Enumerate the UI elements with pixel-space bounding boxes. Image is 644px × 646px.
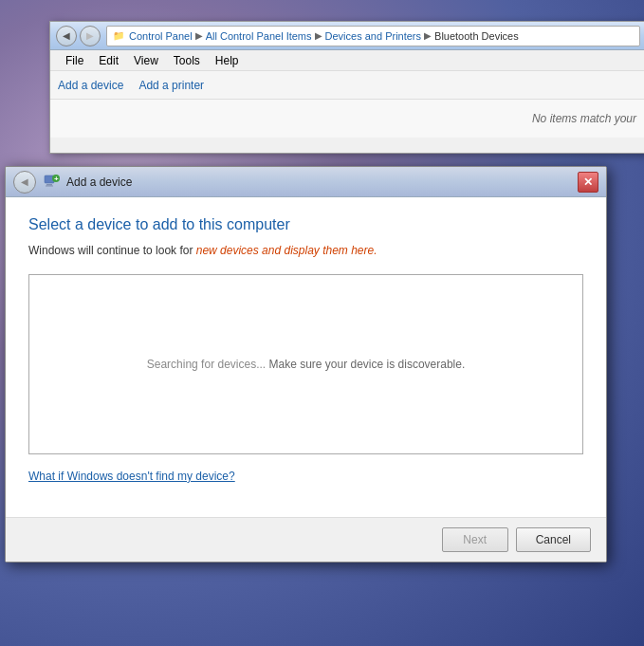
breadcrumb-bar: 📁 Control Panel ▶ All Control Panel Item… xyxy=(106,26,640,46)
description-normal: Windows will continue to look for xyxy=(28,244,196,257)
menu-help[interactable]: Help xyxy=(208,52,247,69)
dialog-footer: Next Cancel xyxy=(6,517,606,562)
menu-file[interactable]: File xyxy=(58,52,91,69)
explorer-titlebar: ◀ ▶ 📁 Control Panel ▶ All Control Panel … xyxy=(50,22,644,50)
svg-rect-1 xyxy=(46,184,52,186)
svg-text:+: + xyxy=(54,175,59,183)
sep-3: ▶ xyxy=(424,30,432,41)
explorer-status: No items match your xyxy=(50,100,644,138)
find-device-link[interactable]: What if Windows doesn't find my device? xyxy=(28,470,235,483)
dialog-content: Select a device to add to this computer … xyxy=(6,197,606,517)
dialog-title: Add a device xyxy=(66,175,578,189)
searching-label: Searching for devices... xyxy=(147,358,266,371)
breadcrumb-item-4[interactable]: Bluetooth Devices xyxy=(434,30,519,42)
add-device-dialog: ◀ + Add a device ✕ Select a device to ad… xyxy=(5,166,607,563)
breadcrumb-item-2[interactable]: All Control Panel Items xyxy=(206,30,312,42)
breadcrumb-item-3[interactable]: Devices and Printers xyxy=(325,30,422,42)
nav-buttons: ◀ ▶ xyxy=(56,26,101,46)
description-highlight: new devices and display them here. xyxy=(196,244,377,257)
dialog-back-button[interactable]: ◀ xyxy=(13,171,36,194)
next-button[interactable]: Next xyxy=(442,527,508,552)
explorer-window: ◀ ▶ 📁 Control Panel ▶ All Control Panel … xyxy=(49,21,644,154)
explorer-toolbar: Add a device Add a printer xyxy=(50,71,644,100)
device-list-box: Searching for devices... Make sure your … xyxy=(28,274,583,454)
back-button[interactable]: ◀ xyxy=(56,26,77,46)
svg-rect-2 xyxy=(46,185,53,186)
searching-text: Searching for devices... Make sure your … xyxy=(147,358,466,371)
sep-2: ▶ xyxy=(315,30,322,41)
menu-edit[interactable]: Edit xyxy=(91,52,126,69)
menu-tools[interactable]: Tools xyxy=(166,52,208,69)
dialog-close-button[interactable]: ✕ xyxy=(578,172,598,193)
breadcrumb-item-1[interactable]: Control Panel xyxy=(129,30,193,42)
no-items-text: No items match your xyxy=(532,112,636,125)
make-sure-label: Make sure your device is discoverable. xyxy=(266,358,465,371)
add-printer-button[interactable]: Add a printer xyxy=(138,79,204,92)
bluetooth-icon: + xyxy=(44,174,61,191)
dialog-description: Windows will continue to look for new de… xyxy=(28,243,583,259)
explorer-menubar: File Edit View Tools Help xyxy=(50,50,644,71)
sep-1: ▶ xyxy=(195,30,203,41)
dialog-heading: Select a device to add to this computer xyxy=(28,216,583,233)
add-device-button[interactable]: Add a device xyxy=(58,79,123,92)
forward-button[interactable]: ▶ xyxy=(80,26,101,46)
cancel-button[interactable]: Cancel xyxy=(516,527,591,552)
breadcrumb-icon: 📁 xyxy=(113,30,124,41)
dialog-titlebar: ◀ + Add a device ✕ xyxy=(6,167,606,197)
menu-view[interactable]: View xyxy=(126,52,166,69)
